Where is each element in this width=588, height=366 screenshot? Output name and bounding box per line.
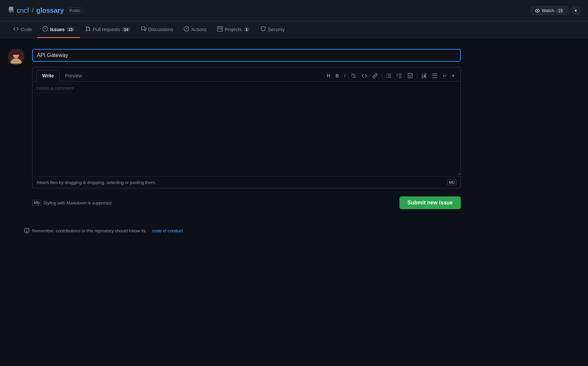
tab-actions[interactable]: Actions <box>178 21 212 38</box>
avatar-column <box>8 49 24 212</box>
issue-form: API Gateway Write Preview H <box>32 49 461 212</box>
task-list-btn[interactable] <box>406 72 415 80</box>
issue-icon <box>43 26 48 33</box>
undo-dropdown-btn[interactable]: ▾ <box>450 72 456 80</box>
mention-btn[interactable] <box>419 72 429 80</box>
pr-icon <box>85 26 91 33</box>
watch-count: 19 <box>556 8 565 13</box>
markdown-note-icon: MD <box>32 200 41 206</box>
watch-label: Watch <box>542 8 554 13</box>
tab-code[interactable]: Code <box>8 21 37 38</box>
quote-btn[interactable] <box>349 72 358 80</box>
repo-sep: / <box>32 7 34 14</box>
repo-icon <box>8 7 14 14</box>
markdown-badge: MD <box>447 179 456 185</box>
issue-title-input[interactable]: API Gateway <box>32 49 461 62</box>
tab-code-label: Code <box>21 27 32 32</box>
editor-container: Write Preview H B I <box>32 67 461 188</box>
projects-badge: 1 <box>244 27 250 32</box>
repo-name[interactable]: glossary <box>36 7 64 14</box>
code-icon <box>13 26 19 33</box>
tab-pr-label: Pull requests <box>93 27 120 32</box>
tab-pull-requests[interactable]: Pull requests 14 <box>80 21 135 38</box>
conduct-text: Remember, contributions to this reposito… <box>32 228 146 233</box>
public-badge: Public <box>67 7 84 14</box>
top-bar: cncf / glossary Public Watch 19 ▾ <box>0 0 588 21</box>
preview-tab[interactable]: Preview <box>60 70 88 81</box>
write-tab[interactable]: Write <box>36 70 60 81</box>
discussions-icon <box>141 26 146 33</box>
editor-tab-group: Write Preview <box>36 70 88 81</box>
italic-btn[interactable]: I <box>342 72 348 80</box>
toolbar-divider-2 <box>417 73 417 78</box>
tab-actions-label: Actions <box>191 27 207 32</box>
undo-btn[interactable]: ↩ <box>441 72 449 80</box>
security-icon <box>261 26 266 33</box>
info-icon <box>24 228 29 233</box>
issues-badge: 21 <box>67 27 75 32</box>
conduct-note: Remember, contributions to this reposito… <box>0 223 588 233</box>
bold-btn[interactable]: B <box>334 72 341 80</box>
watch-button[interactable]: Watch 19 <box>531 6 569 15</box>
repo-org[interactable]: cncf <box>17 7 29 14</box>
attach-text: Attach files by dragging & dropping, sel… <box>36 180 156 185</box>
actions-icon <box>184 26 189 33</box>
code-btn[interactable] <box>360 72 369 80</box>
main-content: API Gateway Write Preview H <box>0 38 469 223</box>
link-btn[interactable] <box>370 72 380 80</box>
markdown-note: MD Styling with Markdown is supported <box>32 200 112 206</box>
user-avatar <box>8 49 24 65</box>
watch-dropdown-button[interactable]: ▾ <box>572 6 580 15</box>
nav-tabs: Code Issues 21 Pull requests 14 Discussi… <box>0 21 588 38</box>
submit-new-issue-button[interactable]: Submit new issue <box>399 196 461 209</box>
tab-discussions-label: Discussions <box>148 27 173 32</box>
editor-tabs-bar: Write Preview H B I <box>32 67 460 81</box>
markdown-note-text: Styling with Markdown is supported <box>43 200 112 205</box>
projects-icon <box>217 26 223 33</box>
tab-projects-label: Projects <box>225 27 242 32</box>
heading-btn[interactable]: H <box>325 72 332 80</box>
header-actions: Watch 19 ▾ <box>531 6 580 15</box>
conduct-link[interactable]: code of conduct <box>152 228 183 233</box>
repo-title: cncf / glossary Public <box>8 7 83 14</box>
toolbar: H B I <box>325 72 456 80</box>
tab-issues-label: Issues <box>50 27 65 32</box>
comment-textarea[interactable] <box>32 81 460 175</box>
pr-badge: 14 <box>122 27 130 32</box>
unordered-list-btn[interactable] <box>384 72 393 80</box>
tab-projects[interactable]: Projects 1 <box>212 21 255 38</box>
tab-issues[interactable]: Issues 21 <box>37 21 80 38</box>
attach-area: Attach files by dragging & dropping, sel… <box>32 176 460 188</box>
tab-discussions[interactable]: Discussions <box>136 21 179 38</box>
tab-security[interactable]: Security <box>255 21 290 38</box>
toolbar-divider-1 <box>382 73 382 78</box>
conduct-period: . <box>186 228 187 233</box>
tab-security-label: Security <box>268 27 285 32</box>
ordered-list-btn[interactable] <box>395 72 404 80</box>
reference-btn[interactable] <box>430 72 439 80</box>
form-footer: MD Styling with Markdown is supported Su… <box>32 194 461 212</box>
